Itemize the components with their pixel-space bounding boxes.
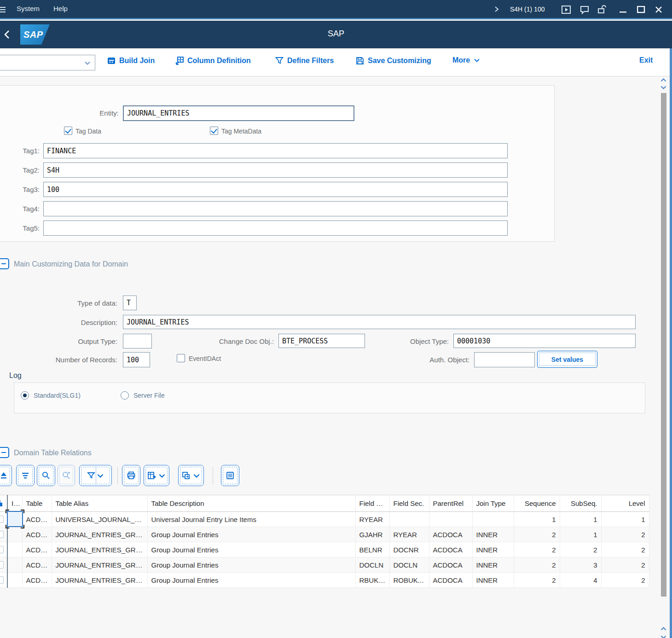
save-customizing-button[interactable]: Save Customizing — [355, 56, 431, 65]
cell-parentrel[interactable]: ACDOCA — [429, 542, 472, 557]
col-field-sec[interactable]: Field Sec. — [389, 495, 429, 512]
collapse-section-icon[interactable] — [0, 258, 9, 269]
cell-field-sec[interactable]: DOCNR — [389, 542, 429, 557]
cell-table[interactable]: ACDOCU — [22, 557, 52, 573]
find-next-button[interactable] — [58, 465, 75, 486]
event-id-act-checkbox[interactable] — [177, 354, 185, 362]
cell-subseq[interactable]: 1 — [560, 527, 601, 542]
col-id[interactable]: ID — [7, 495, 22, 512]
cell-parentrel[interactable] — [429, 512, 472, 527]
command-input[interactable] — [0, 57, 80, 64]
tag-data-checkbox[interactable] — [64, 127, 72, 135]
set-values-button[interactable]: Set values — [537, 351, 597, 368]
find-button[interactable] — [37, 465, 55, 486]
col-table[interactable]: Table — [22, 495, 52, 512]
col-table-alias[interactable]: Table Alias — [52, 495, 147, 512]
cell-level[interactable]: 2 — [601, 573, 649, 588]
tag2-input[interactable] — [43, 162, 508, 178]
cell-field-main[interactable]: RBUKRS — [355, 573, 389, 588]
cell-subseq[interactable]: 4 — [560, 573, 601, 588]
maximize-button[interactable] — [637, 6, 645, 13]
print-button[interactable] — [122, 465, 140, 486]
cell-level[interactable]: 2 — [601, 557, 649, 573]
cell-table[interactable]: ACDOCU — [22, 527, 52, 542]
export-button[interactable] — [144, 465, 169, 486]
cell-sequence[interactable]: 2 — [514, 542, 560, 557]
build-join-button[interactable]: Build Join — [107, 56, 155, 65]
cell-id[interactable] — [7, 542, 22, 557]
cell-description[interactable]: Group Journal Entries — [147, 542, 355, 557]
cell-sequence[interactable]: 2 — [514, 527, 560, 542]
define-filters-button[interactable]: Define Filters — [275, 56, 334, 65]
cell-field-sec[interactable]: ROBUK... — [389, 573, 429, 588]
col-subseq[interactable]: SubSeq. — [560, 495, 601, 512]
cell-level[interactable]: 2 — [601, 542, 649, 557]
cell-description[interactable]: Universal Journal Entry Line Items — [147, 512, 355, 527]
cell-id[interactable] — [7, 557, 22, 573]
change-doc-obj-input[interactable] — [278, 334, 365, 348]
cell-field-main[interactable]: RYEAR — [355, 512, 389, 527]
cell-field-main[interactable]: BELNR — [355, 542, 389, 557]
cell-subseq[interactable]: 3 — [560, 557, 601, 573]
menu-icon[interactable] — [0, 6, 6, 14]
col-field-main[interactable]: Field Main — [355, 495, 389, 512]
log-standard-radio[interactable] — [21, 391, 29, 400]
more-button[interactable]: More — [452, 56, 481, 64]
object-type-input[interactable] — [453, 334, 636, 348]
chevron-right-icon[interactable] — [493, 6, 500, 13]
sort-ascending-button[interactable] — [0, 465, 12, 486]
tag-metadata-checkbox[interactable] — [210, 127, 218, 135]
col-sequence[interactable]: Sequence — [514, 495, 560, 512]
tag1-input[interactable] — [43, 143, 508, 158]
number-of-records-input[interactable] — [123, 352, 150, 367]
scroll-up-icon[interactable] — [660, 626, 667, 632]
sort-descending-button[interactable] — [16, 465, 35, 486]
cell-parentrel[interactable]: ACDOCA — [429, 557, 472, 573]
cell-sequence[interactable]: 2 — [514, 557, 560, 573]
cell-parentrel[interactable]: ACDOCA — [429, 573, 472, 588]
cell-sequence[interactable]: 2 — [514, 573, 560, 588]
cell-sequence[interactable]: 1 — [514, 512, 560, 527]
cell-field-sec[interactable]: RYEAR — [389, 527, 429, 542]
minimize-button[interactable] — [620, 11, 627, 13]
log-server-file-radio[interactable] — [121, 391, 129, 400]
menu-item-system[interactable]: System — [17, 5, 40, 12]
cell-level[interactable]: 1 — [601, 512, 649, 527]
details-button[interactable] — [221, 465, 239, 486]
col-join-type[interactable]: Join Type — [472, 495, 514, 512]
cell-subseq[interactable]: 2 — [560, 542, 601, 557]
col-table-description[interactable]: Table Description — [147, 495, 355, 512]
cell-description[interactable]: Group Journal Entries — [147, 527, 355, 542]
scroll-down-icon[interactable] — [660, 85, 667, 90]
cell-alias[interactable]: JOURNAL_ENTRIES_GROUP — [52, 542, 147, 557]
cell-alias[interactable]: UNIVERSAL_JOURNAL_ENTRY — [52, 512, 147, 527]
cell-join-type[interactable]: INNER — [472, 573, 514, 588]
cell-description[interactable]: Group Journal Entries — [147, 557, 355, 573]
row-checkbox[interactable] — [0, 561, 4, 568]
description-input[interactable] — [123, 315, 636, 329]
row-checkbox[interactable] — [0, 531, 4, 538]
cell-field-sec[interactable] — [389, 512, 429, 527]
cell-table[interactable]: ACDOCU — [22, 542, 52, 557]
selected-cell[interactable] — [7, 511, 23, 527]
tag5-input[interactable] — [43, 220, 508, 236]
cell-field-sec[interactable]: DOCLN — [389, 557, 429, 573]
cell-description[interactable]: Group Journal Entries — [147, 573, 355, 588]
views-button[interactable] — [178, 465, 204, 486]
cell-join-type[interactable] — [472, 512, 514, 527]
cell-field-main[interactable]: GJAHR — [355, 527, 389, 542]
cell-alias[interactable]: JOURNAL_ENTRIES_GROUP — [52, 527, 147, 542]
scrollbar-thumb[interactable] — [661, 93, 666, 597]
menu-item-help[interactable]: Help — [53, 5, 68, 12]
exit-button[interactable]: Exit — [639, 56, 653, 64]
cell-table[interactable]: ACDOCU — [22, 573, 52, 588]
unlock-icon[interactable] — [597, 4, 608, 15]
row-checkbox[interactable] — [0, 516, 4, 523]
close-button[interactable] — [655, 6, 662, 13]
scroll-up-icon[interactable] — [660, 77, 667, 83]
cell-join-type[interactable]: INNER — [472, 557, 514, 573]
cell-alias[interactable]: JOURNAL_ENTRIES_GROUP — [52, 573, 147, 588]
cell-join-type[interactable]: INNER — [472, 542, 514, 557]
feedback-icon[interactable] — [579, 4, 590, 15]
new-session-icon[interactable] — [561, 4, 572, 15]
